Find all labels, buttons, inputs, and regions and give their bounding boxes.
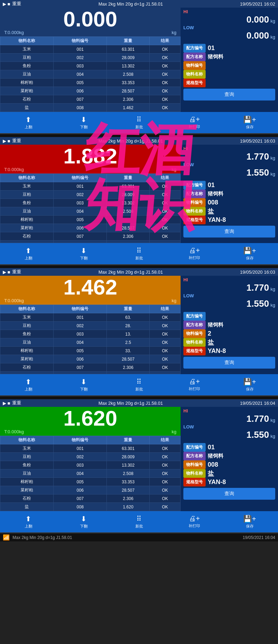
table-cell (0, 241, 54, 243)
tare-1: T:0.000kg (4, 30, 24, 35)
table-cell: 鱼粉 (0, 330, 54, 338)
formula-no-label-2: 配方编号 (183, 181, 206, 190)
btn-newbatch-3[interactable]: ⠿ 新批 (112, 376, 166, 394)
query-button-2[interactable]: 查询 (183, 226, 275, 238)
btn-up-4[interactable]: ⬆ 上翻 (1, 513, 55, 531)
table-cell: 鱼粉 (0, 199, 54, 207)
table-cell: OK (150, 95, 181, 104)
formula-name-value-2: 猪饲料 (208, 191, 223, 197)
btn-save-3[interactable]: 💾+ 保存 (223, 376, 277, 394)
formula-no-value-4: 01 (208, 444, 215, 451)
material-no-row-1: 物料编号 (183, 61, 275, 70)
btn-reprint-3[interactable]: 🖨+ 补打印 (167, 376, 221, 394)
col-header-result-4: 结果 (150, 436, 181, 444)
table-cell: 007 (54, 95, 107, 104)
btn-down-1[interactable]: ⬇ 下翻 (57, 113, 111, 132)
col-header-weight-1: 重量 (107, 37, 150, 45)
btn-down-icon-1: ⬇ (81, 115, 87, 124)
btn-down-2[interactable]: ⬇ 下翻 (57, 244, 111, 263)
btn-save-1[interactable]: 💾+ 保存 (223, 113, 277, 132)
hi-value-1: 0.000 (246, 14, 269, 25)
btn-newbatch-2[interactable]: ⠿ 新批 (112, 244, 166, 263)
signal-icon: 📶 (3, 534, 10, 541)
btn-up-icon-2: ⬆ (25, 247, 31, 255)
query-button-3[interactable]: 查询 (183, 357, 275, 369)
table-cell: 002 (54, 322, 107, 330)
btn-newbatch-1[interactable]: ⠿ 新批 (112, 113, 166, 132)
btn-save-icon-3: 💾+ (243, 378, 256, 386)
hi-unit-3: kg (270, 287, 275, 292)
bottom-datetime: 19/05/2021 16:04 (243, 535, 275, 540)
table-cell: 13.302 (107, 461, 150, 469)
table-cell: OK (150, 461, 181, 469)
btn-reprint-4[interactable]: 🖨+ 补打印 (167, 513, 221, 531)
btn-down-3[interactable]: ⬇ 下翻 (57, 376, 111, 394)
table-cell: 玉米 (0, 182, 54, 191)
spec-value-2: YAN-8 (208, 216, 226, 224)
right-section-3: HI 1.770 kg LOW 1.550 kg 配方编号 配方名称 猪饲料 物… (181, 276, 278, 374)
query-button-4[interactable]: 查询 (183, 488, 275, 500)
low-value-row-4: 1.550 kg (183, 429, 275, 440)
table-cell: 002 (54, 54, 107, 62)
table-cell: 豆粕 (0, 322, 54, 330)
table-row: 菜籽粕00628.507OK (0, 224, 181, 232)
table-cell: 28.507 (107, 87, 150, 95)
btn-reprint-2[interactable]: 🖨+ 补打印 (167, 244, 221, 263)
hi-label-4: HI (183, 408, 275, 413)
table-row: 玉米00163.301OK (0, 444, 181, 453)
low-value-row-1: 0.000 kg (183, 30, 275, 41)
btn-up-icon-1: ⬆ (25, 115, 31, 124)
table-cell (54, 241, 107, 243)
table-cell: 002 (54, 453, 107, 461)
hi-value-2: 1.770 (246, 151, 269, 162)
hi-unit-4: kg (270, 418, 275, 423)
weight-label-2: 重重 (12, 138, 21, 144)
btn-save-4[interactable]: 💾+ 保存 (223, 513, 277, 531)
btn-down-4[interactable]: ⬇ 下翻 (57, 513, 111, 531)
spec-label-3: Max 2kg Min 20g d=1g J1.58.01 (98, 269, 163, 275)
table-cell: 2.5 (107, 338, 150, 347)
formula-no-value-2: 01 (208, 182, 215, 189)
btn-up-1[interactable]: ⬆ 上翻 (1, 113, 55, 132)
table-cell (0, 372, 54, 374)
table-cell: 004 (54, 207, 107, 216)
btn-reprint-icon-4: 🖨+ (189, 515, 200, 523)
table-cell: 004 (54, 469, 107, 478)
material-no-row-3: 物料编号 2 (183, 329, 275, 338)
table-cell: 13. (107, 330, 150, 338)
btn-newbatch-4[interactable]: ⠿ 新批 (112, 513, 166, 531)
table-cell: OK (150, 191, 181, 199)
table-cell: 33.353 (107, 79, 150, 87)
table-cell: 004 (54, 338, 107, 347)
hi-value-3: 1.770 (246, 282, 269, 293)
status-left-3: ▶ ■ 重重 (3, 269, 21, 275)
table-cell (107, 216, 150, 224)
main-display-2: 1.882 T:0.000kg kg 物料名称 物料编号 重量 结果 玉米001… (0, 145, 278, 243)
hi-value-row-4: 1.770 kg (183, 413, 275, 424)
data-table-3: 物料名称 物料编号 重量 结果 玉米00163.OK豆粕00228.OK鱼粉00… (0, 305, 181, 374)
btn-newbatch-icon-4: ⠿ (136, 515, 142, 523)
formula-name-row-2: 配方名称 猪饲料 (183, 190, 275, 198)
table-row: 鱼粉00313.302OK (0, 199, 181, 207)
table-row: 玉米00163.301OK (0, 182, 181, 191)
table-body-2: 玉米00163.301OK豆粕00228.009OK鱼粉00313.302OK豆… (0, 182, 181, 243)
material-no-value-2: 008 (208, 199, 218, 206)
table-cell: 玉米 (0, 45, 54, 54)
low-unit-3: kg (270, 303, 275, 308)
weight-area-3: 1.462 T:0.000kg kg (0, 276, 181, 305)
query-button-1[interactable]: 查询 (183, 89, 275, 100)
sep-2 (0, 265, 278, 268)
table-cell: 63.301 (107, 444, 150, 453)
btn-up-2[interactable]: ⬆ 上翻 (1, 244, 55, 263)
btn-up-3[interactable]: ⬆ 上翻 (1, 376, 55, 394)
low-value-4: 1.550 (246, 429, 269, 440)
table-cell: 001 (54, 45, 107, 54)
table-cell: 008 (54, 503, 107, 511)
spec-label-1: Max 2kg Min 20g d=1g J1.58.01 (98, 1, 163, 7)
formula-name-row-3: 配方名称 猪饲料 (183, 321, 275, 329)
spec-value-4: YAN-8 (208, 478, 226, 486)
btn-reprint-1[interactable]: 🖨+ 补打印 (167, 113, 221, 132)
material-no-label-4: 物料编号 (183, 460, 206, 469)
btn-save-2[interactable]: 💾+ 保存 (223, 244, 277, 263)
panel-2: ▶ ■ 重重 Max 2kg Min 20g d=1g J1.58.01 19/… (0, 137, 278, 265)
